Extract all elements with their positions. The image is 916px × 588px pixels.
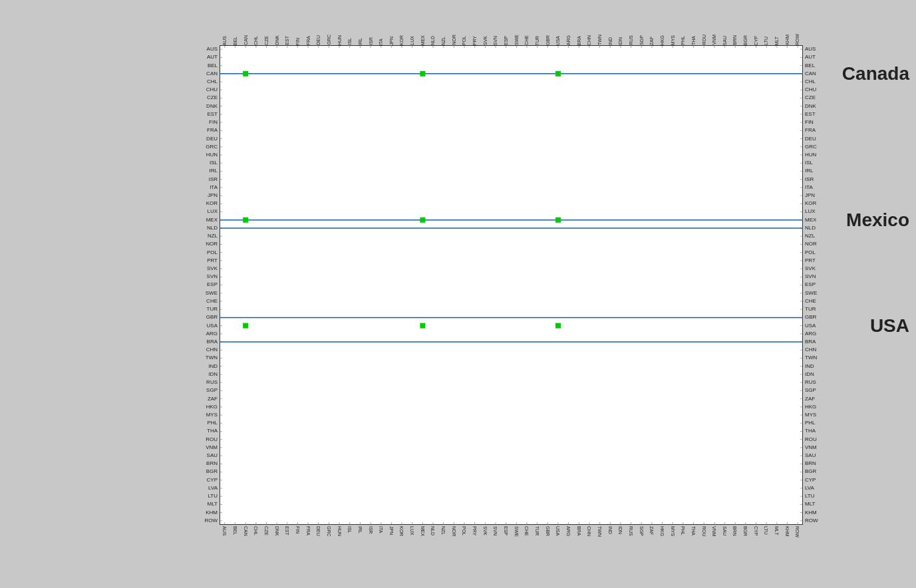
x-label-bottom: MLT [772,526,782,570]
right-annotations [843,45,913,525]
y-label-right: SWE [803,289,843,297]
x-label-bottom: KOR [396,526,407,570]
y-labels-left: AUSAUTBELCANCHLCHUCZEDNKESTFINFRADEUGRCH… [163,45,220,525]
y-label-left: AUS [163,45,220,53]
x-label-top: LTU [761,1,772,45]
x-label-top: KHM [782,1,792,45]
x-label-top: POL [459,1,470,45]
y-label-left: CYP [163,476,220,484]
x-labels-bottom: AUSBELCANCHLCZEDNKESTFINFRADEUGRCHUNISLI… [220,526,803,570]
y-label-right: LVA [803,484,843,492]
y-label-left: HUN [163,151,220,159]
x-label-bottom: POL [459,526,470,570]
x-label-bottom: FIN [293,526,303,570]
y-label-left: CHU [163,86,220,94]
y-label-right: CAN [803,70,843,78]
x-label-bottom: ROW [792,526,803,570]
x-label-bottom: ITA [376,526,386,570]
y-label-right: MLT [803,500,843,508]
y-label-right: LUX [803,208,843,216]
svg-rect-236 [243,71,248,76]
x-label-bottom: IDN [615,526,626,570]
y-label-left: FIN [163,118,220,126]
x-label-bottom: IND [605,526,615,570]
x-label-top: SWE [511,1,522,45]
y-label-right: HUN [803,151,843,159]
x-label-top: EST [282,1,293,45]
x-label-bottom: TWN [595,526,605,570]
x-label-bottom: NOR [448,526,459,570]
x-label-bottom: MEX [417,526,428,570]
y-label-right: USA [803,321,843,329]
x-label-top: ARG [563,1,574,45]
x-label-top: MLT [772,1,782,45]
y-label-right: EST [803,110,843,118]
y-label-left: IDN [163,370,220,378]
x-label-bottom: BGR [740,526,751,570]
x-label-bottom: CAN [240,526,251,570]
x-label-bottom: RUS [626,526,637,570]
x-label-bottom: BRN [730,526,740,570]
y-label-right: FRA [803,126,843,134]
x-label-bottom: ROU [698,526,709,570]
x-label-top: PHL [678,1,688,45]
x-label-bottom: EST [282,526,293,570]
y-label-left: BRN [163,460,220,468]
x-label-bottom: ESP [501,526,512,570]
x-label-bottom: DEU [313,526,324,570]
x-label-bottom: CYP [750,526,761,570]
svg-rect-237 [420,71,425,76]
y-label-left: HKG [163,403,220,411]
y-label-left: LUX [163,208,220,216]
y-label-left: ISL [163,159,220,167]
x-label-bottom: ZAF [647,526,657,570]
x-label-bottom: HKG [657,526,668,570]
x-label-top: KOR [396,1,407,45]
y-label-left: ZAF [163,394,220,402]
y-label-left: RUS [163,378,220,386]
y-label-right: ISL [803,159,843,167]
y-label-left: AUT [163,53,220,61]
y-label-right: AUT [803,53,843,61]
x-label-bottom: NLD [428,526,438,570]
y-label-left: ITA [163,184,220,192]
x-label-bottom: FRA [303,526,313,570]
y-label-right: THA [803,427,843,435]
x-label-bottom: ISR [365,526,376,570]
y-label-left: ROW [163,517,220,525]
y-label-right: PHL [803,419,843,427]
y-label-right: HKG [803,403,843,411]
x-label-top: CHN [584,1,595,45]
y-label-right: FIN [803,118,843,126]
x-label-top: BGR [740,1,751,45]
y-label-left: USA [163,321,220,329]
y-label-right: VNM [803,444,843,452]
x-label-top: CZE [261,1,272,45]
x-label-top: MYS [667,1,678,45]
y-label-right: ARG [803,330,843,338]
y-label-left: CHL [163,78,220,86]
y-label-right: ISR [803,176,843,184]
y-label-left: PRT [163,257,220,265]
y-label-right: MEX [803,216,843,224]
y-label-left: ISR [163,176,220,184]
x-label-top: AUS [220,1,230,45]
x-label-top: VNM [709,1,720,45]
y-label-left: NZL [163,232,220,240]
svg-rect-240 [420,218,425,223]
x-label-bottom: GBR [542,526,553,570]
y-label-left: CAN [163,70,220,78]
y-label-left: BGR [163,468,220,476]
svg-rect-239 [243,218,248,223]
y-label-left: MEX [163,216,220,224]
x-label-bottom: SWE [511,526,522,570]
svg-rect-241 [555,218,561,223]
x-label-bottom: VNM [709,526,720,570]
x-label-bottom: ARG [563,526,574,570]
x-label-bottom: LUX [407,526,418,570]
y-label-right: CZE [803,94,843,102]
y-label-right: ROU [803,436,843,444]
x-label-top: THA [688,1,699,45]
x-label-bottom: DNK [271,526,282,570]
y-label-left: KOR [163,200,220,208]
